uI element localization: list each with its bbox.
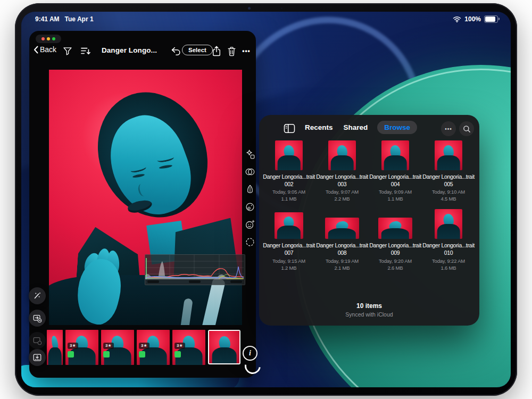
chevron-left-icon <box>34 46 38 54</box>
file-thumb-wrap <box>435 139 462 170</box>
file-item[interactable]: Danger Longoria...trait 004Today, 9:09 A… <box>369 139 422 202</box>
files-header: RecentsSharedBrowse ••• <box>259 115 479 143</box>
file-date: Today, 9:15 AM <box>272 258 305 264</box>
files-more-button[interactable]: ••• <box>441 121 456 136</box>
file-thumb-wrap <box>435 208 462 239</box>
file-thumbnail <box>381 140 409 170</box>
undo-button[interactable] <box>169 45 182 57</box>
filmstrip-thumb[interactable]: 3★ <box>101 330 134 365</box>
filmstrip-thumb[interactable]: 3★ <box>137 330 170 365</box>
file-item[interactable]: Danger Longoria...trait 005Today, 9:10 A… <box>422 139 475 202</box>
tab-recents[interactable]: Recents <box>304 121 334 134</box>
ipad-screen: 9:41 AM Tue Apr 1 100% Back <box>21 12 511 387</box>
file-name: Danger Longoria...trait 005 <box>421 173 476 188</box>
minimize-window-dot[interactable] <box>47 37 50 40</box>
file-item[interactable]: Danger Longoria...trait 010Today, 9:22 A… <box>422 208 475 270</box>
ml-enhance-icon[interactable] <box>244 148 256 161</box>
file-date: Today, 9:22 AM <box>432 258 465 264</box>
file-item[interactable]: Danger Longoria...trait 009Today, 9:20 A… <box>369 208 422 270</box>
close-window-dot[interactable] <box>41 37 45 40</box>
item-count: 10 items <box>259 302 479 310</box>
repair-icon[interactable] <box>244 236 256 248</box>
approved-flag <box>139 351 145 358</box>
approved-flag <box>174 351 181 358</box>
sidebar-toggle-icon[interactable] <box>284 123 295 134</box>
rating-badge: 3★ <box>103 343 114 349</box>
file-thumbnail <box>435 140 462 170</box>
delete-button[interactable] <box>225 45 238 57</box>
filmstrip-thumb[interactable]: 3★ <box>172 330 205 365</box>
adjust-icon[interactable] <box>244 201 256 213</box>
filmstrip-thumb[interactable]: 3★ <box>65 330 98 365</box>
file-name: Danger Longoria...trait 008 <box>314 242 370 256</box>
file-date: Today, 9:07 AM <box>326 189 359 195</box>
retouch-icon[interactable] <box>244 218 256 231</box>
editing-tool-rail <box>243 148 257 248</box>
window-controls[interactable] <box>36 35 61 43</box>
file-date: Today, 9:20 AM <box>379 258 412 264</box>
editor-toolbar: Back Danger Longo... Select <box>29 44 256 60</box>
approved-flag <box>68 351 74 358</box>
filmstrip-thumb-selected[interactable] <box>208 330 240 364</box>
filter-button[interactable] <box>61 45 74 57</box>
photo-canvas[interactable] <box>49 70 242 325</box>
file-thumb-wrap <box>275 139 303 170</box>
rating-badge: 3★ <box>68 343 78 349</box>
file-thumb-wrap <box>381 139 409 170</box>
files-window: RecentsSharedBrowse ••• Danger Longoria.… <box>259 115 479 326</box>
files-footer: 10 items Synced with iCloud <box>259 302 479 318</box>
zoom-window-dot[interactable] <box>52 37 55 40</box>
wifi-icon <box>453 16 461 22</box>
file-name: Danger Longoria...trait 002 <box>261 173 317 188</box>
status-time: 9:41 AM <box>35 15 60 23</box>
share-button[interactable] <box>210 45 223 57</box>
filmstrip-thumb[interactable] <box>47 330 63 365</box>
file-size: 4.5 MB <box>441 196 456 202</box>
select-button[interactable]: Select <box>182 45 213 55</box>
file-thumbnail <box>328 140 356 170</box>
file-thumbnail <box>325 218 359 239</box>
rating-badge: 3★ <box>139 343 149 349</box>
file-thumbnail <box>378 218 412 239</box>
auto-enhance-button[interactable] <box>29 287 46 304</box>
export-sync-button[interactable] <box>29 310 46 327</box>
files-search-button[interactable] <box>459 121 474 136</box>
file-size: 2.1 MB <box>335 265 350 271</box>
file-name: Danger Longoria...trait 003 <box>314 173 370 188</box>
file-item[interactable]: Danger Longoria...trait 002Today, 9:05 A… <box>262 139 315 202</box>
ellipsis-icon: ••• <box>445 126 452 132</box>
file-name: Danger Longoria...trait 009 <box>368 242 423 256</box>
status-date: Tue Apr 1 <box>65 15 94 23</box>
document-title: Danger Longo... <box>93 46 165 54</box>
histogram-chart <box>145 255 244 284</box>
back-button[interactable]: Back <box>34 45 56 54</box>
tab-browse[interactable]: Browse <box>377 121 417 134</box>
crop-tool-icon[interactable] <box>244 183 256 196</box>
file-size: 1.1 MB <box>281 196 297 202</box>
file-size: 1.2 MB <box>281 265 297 271</box>
export-disabled-button <box>29 332 46 349</box>
file-thumb-wrap <box>328 139 356 170</box>
histogram-panel <box>145 254 245 285</box>
tab-shared[interactable]: Shared <box>343 121 369 134</box>
files-grid: Danger Longoria...trait 002Today, 9:05 A… <box>262 139 476 277</box>
thumbnail-image <box>47 330 63 365</box>
front-camera <box>248 7 251 10</box>
filters-icon[interactable] <box>244 165 256 178</box>
file-size: 1.1 MB <box>388 196 403 202</box>
battery-percent: 100% <box>464 15 481 23</box>
filmstrip: 3★3★3★3★ <box>47 330 240 365</box>
search-icon <box>463 125 471 133</box>
file-item[interactable]: Danger Longoria...trait 008Today, 9:19 A… <box>315 208 369 270</box>
file-date: Today, 9:05 AM <box>272 189 305 195</box>
files-tabs: RecentsSharedBrowse <box>304 121 417 134</box>
status-bar: 9:41 AM Tue Apr 1 100% <box>21 14 511 26</box>
file-item[interactable]: Danger Longoria...trait 003Today, 9:07 A… <box>315 139 369 202</box>
file-item[interactable]: Danger Longoria...trait 007Today, 9:15 A… <box>262 208 315 270</box>
more-options-button[interactable]: ••• <box>240 45 253 57</box>
approved-flag <box>103 351 110 358</box>
save-to-files-button[interactable] <box>29 349 46 366</box>
back-label: Back <box>40 45 56 54</box>
file-thumbnail <box>435 209 462 239</box>
sort-button[interactable] <box>79 45 92 57</box>
